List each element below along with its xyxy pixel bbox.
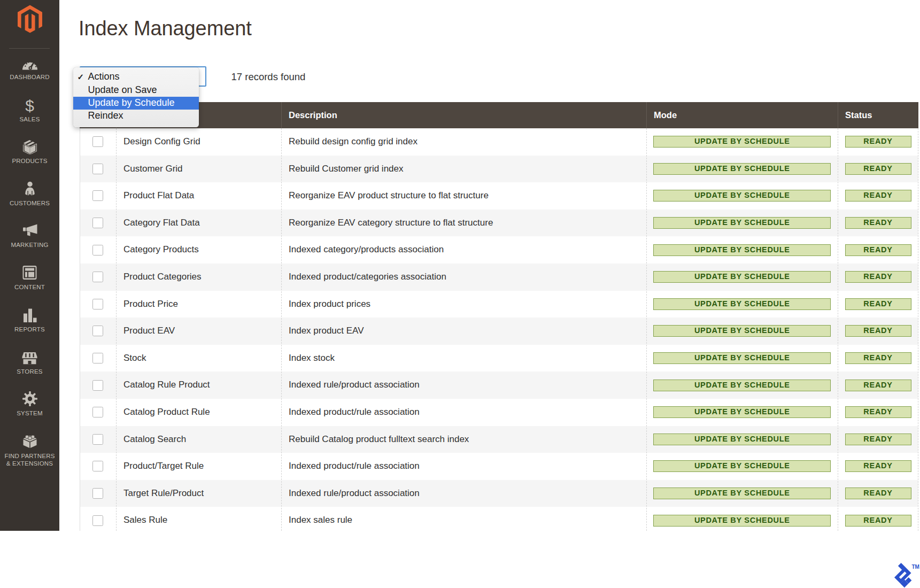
svg-text:TM: TM xyxy=(912,564,919,570)
